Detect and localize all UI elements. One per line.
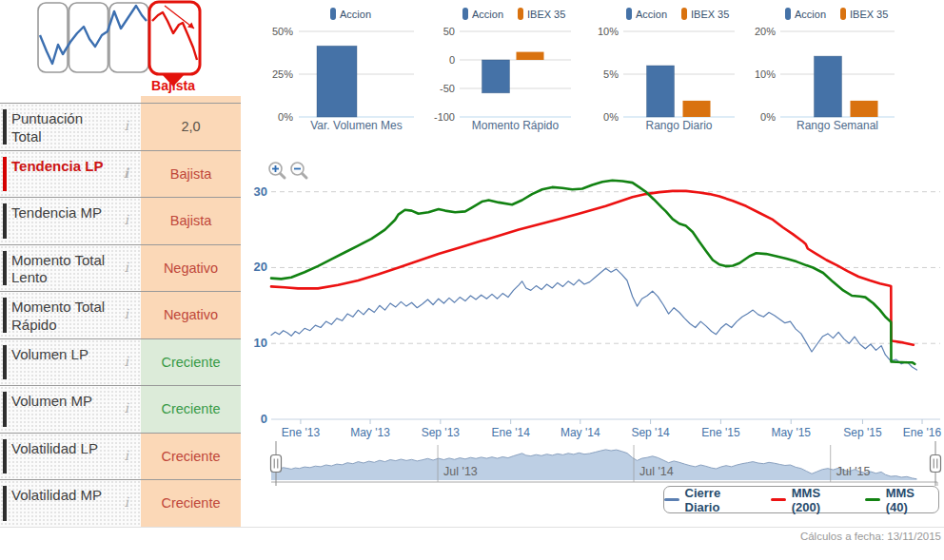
info-icon[interactable]: i [125, 354, 128, 371]
row-value: Bajista [141, 151, 241, 198]
mini-y-axis-label: 0 [449, 54, 455, 66]
navigator-label: Jul '14 [639, 465, 674, 478]
legend-item-mms-200[interactable]: MMS (200) [771, 486, 851, 514]
main-x-axis-label: May '15 [771, 426, 811, 439]
row-label: Momento Total Lentoi [0, 245, 141, 292]
legend-label: Cierre Diario [685, 486, 757, 514]
legend-marker-icon [462, 8, 468, 20]
mini-y-axis-label: 20% [755, 26, 776, 37]
mini-y-axis-label: 0% [760, 111, 776, 123]
row-label: Tendencia LPi [0, 151, 141, 198]
main-x-axis-label: Ene '16 [903, 426, 942, 439]
table-row-volumen-mp: Volumen MPiCreciente [0, 386, 241, 434]
main-price-chart: 0102030Ene '13May '13Sep '13Ene '14May '… [246, 150, 944, 527]
info-icon[interactable]: i [125, 495, 128, 512]
info-icon[interactable]: i [125, 213, 128, 230]
mini-legend-label: Accion [340, 9, 371, 20]
mini-y-axis-label: 50% [272, 26, 293, 37]
main-chart-legend: Cierre DiarioMMS (200)MMS (40) [663, 486, 939, 513]
bar-accion [815, 56, 842, 117]
mini-legend-item-accion[interactable]: Accion [785, 8, 826, 20]
info-icon[interactable]: i [125, 260, 128, 277]
table-row-momento-total-lento: Momento Total LentoiNegativo [0, 245, 241, 293]
bar-accion [647, 66, 675, 117]
mini-chart-title: Momento Rápido [472, 119, 560, 132]
main-x-axis-label: May '13 [350, 426, 390, 439]
row-label-text: Tendencia LP [11, 158, 103, 174]
footer-divider [0, 527, 944, 528]
legend-item-mms-40[interactable]: MMS (40) [865, 486, 938, 514]
table-row-puntuacion-total: Puntuación Totali2,0 [0, 104, 241, 151]
mini-legend-item-ibex-35[interactable]: IBEX 35 [518, 8, 565, 20]
mini-legend-label: Accion [636, 9, 667, 20]
main-x-axis-label: Ene '15 [701, 426, 740, 439]
legend-label: MMS (200) [792, 486, 851, 514]
mini-chart-rango-semanal: 0%10%20%AccionIBEX 35Rango Semanal [747, 0, 944, 138]
table-row-momento-total-rapido: Momento Total RápidoiNegativo [0, 292, 241, 339]
mini-y-axis-label: 25% [272, 68, 293, 80]
row-value: Creciente [141, 386, 241, 433]
main-y-axis-label: 30 [254, 184, 267, 199]
row-value: Bajista [141, 198, 241, 244]
mini-y-axis-label: 0% [278, 111, 293, 123]
mini-legend-item-accion[interactable]: Accion [330, 8, 371, 20]
calculation-date-label: Cálculos a fecha: 13/11/2015 [800, 531, 941, 542]
mini-y-axis-label: 10% [598, 26, 619, 37]
row-value: Creciente [141, 434, 241, 480]
legend-swatch-icon [771, 498, 786, 501]
legend-marker-icon [785, 8, 791, 20]
row-value: Creciente [141, 480, 241, 527]
info-icon[interactable]: i [125, 401, 128, 418]
mini-legend-label: Accion [795, 9, 826, 20]
main-x-axis-label: Sep '14 [631, 426, 670, 439]
mini-chart-title: Var. Volumen Mes [310, 119, 403, 132]
mini-legend-label: Accion [472, 9, 503, 20]
row-label-text: Momento Total Rápido [11, 299, 105, 333]
main-x-axis-label: Sep '13 [422, 426, 461, 439]
mini-legend-label: IBEX 35 [850, 9, 888, 20]
mini-chart-title: Rango Semanal [796, 119, 878, 132]
legend-marker-icon [626, 8, 632, 20]
table-row-volatilidad-mp: Volatilidad MPiCreciente [0, 480, 241, 528]
row-label: Volatilidad LPi [0, 434, 141, 480]
bar-ibex-35 [683, 101, 711, 117]
row-label-text: Tendencia MP [11, 204, 102, 221]
navigator-area[interactable] [271, 450, 916, 480]
mini-y-axis-label: -50 [440, 83, 455, 94]
row-label: Tendencia MPi [0, 198, 141, 244]
row-label: Volumen MPi [0, 386, 141, 433]
value-column-cap [141, 96, 241, 103]
table-row-volatilidad-lp: Volatilidad LPiCreciente [0, 434, 241, 481]
navigator-right-handle[interactable] [931, 441, 941, 486]
row-label-text: Momento Total Lento [11, 252, 105, 286]
mini-legend-label: IBEX 35 [527, 9, 565, 20]
row-value: Creciente [141, 339, 241, 386]
mini-y-axis-label: 0% [603, 111, 619, 123]
mini-legend-item-accion[interactable]: Accion [462, 8, 503, 20]
mini-chart-momento-rapido: -100-50050AccionIBEX 35Momento Rápido [423, 0, 585, 138]
main-chart-plot-area[interactable] [271, 160, 940, 419]
legend-marker-icon [840, 8, 846, 20]
row-label-text: Volumen LP [11, 346, 88, 362]
info-icon[interactable]: i [124, 165, 128, 183]
navigator-label: Jul '15 [836, 465, 871, 478]
info-icon[interactable]: i [125, 448, 128, 465]
main-x-axis-label: Sep '15 [843, 426, 882, 439]
mini-legend-item-ibex-35[interactable]: IBEX 35 [840, 8, 888, 20]
info-icon[interactable]: i [125, 119, 128, 136]
mini-legend-item-accion[interactable]: Accion [626, 8, 667, 20]
legend-marker-icon [681, 8, 687, 20]
table-row-tendencia-mp: Tendencia MPiBajista [0, 198, 241, 245]
legend-marker-icon [518, 8, 523, 20]
row-label-text: Volumen MP [11, 393, 92, 409]
bar-ibex-35 [851, 101, 878, 117]
mini-chart-var-volumen-mes: 0%25%50%AccionVar. Volumen Mes [246, 0, 423, 138]
bar-accion [317, 46, 357, 117]
mini-legend-item-ibex-35[interactable]: IBEX 35 [681, 8, 729, 20]
mini-y-axis-label: -100 [434, 111, 455, 123]
bar-ibex-35 [517, 52, 544, 60]
row-label: Volumen LPi [0, 339, 141, 386]
mini-y-axis-label: 50 [443, 26, 455, 37]
info-icon[interactable]: i [125, 307, 128, 324]
legend-item-cierre-diario[interactable]: Cierre Diario [664, 486, 757, 514]
